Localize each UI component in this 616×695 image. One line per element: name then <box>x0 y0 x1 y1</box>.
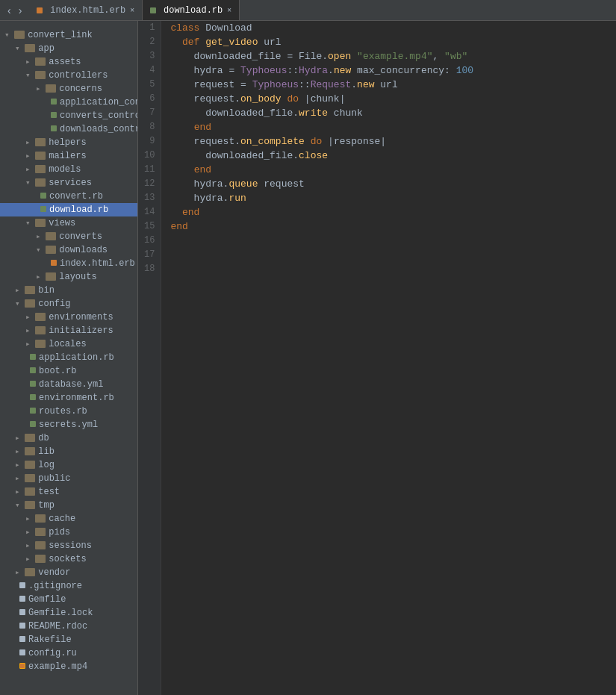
file-icon <box>25 393 39 403</box>
line-number-16: 16 <box>144 234 155 248</box>
folder-closed-icon: ▸ <box>25 554 49 564</box>
tree-item-config_ru[interactable]: config.ru <box>0 646 137 660</box>
file-icon <box>46 258 60 269</box>
nav-arrows: ‹ › <box>0 3 29 18</box>
tree-item-download_rb[interactable]: download.rb <box>0 203 137 216</box>
tree-item-downloads_controller[interactable]: downloads_controlle... <box>0 122 137 136</box>
folder-closed-icon: ▸ <box>15 487 38 497</box>
tree-item-label: converts <box>59 231 102 242</box>
tree-item-views[interactable]: ▾ views <box>0 216 137 230</box>
file-icon <box>15 608 28 618</box>
tree-item-downloads[interactable]: ▾ downloads <box>0 243 137 257</box>
forward-button[interactable]: › <box>16 3 25 18</box>
tree-item-convert_rb[interactable]: convert.rb <box>0 190 137 203</box>
tab-close-button[interactable]: × <box>130 6 134 14</box>
tree-item-initializers[interactable]: ▸ initializers <box>0 324 137 337</box>
code-content: class Download def get_video url downloa… <box>161 21 616 695</box>
tree-item-label: converts_controller.r... <box>60 110 137 121</box>
tree-item-cache[interactable]: ▸ cache <box>0 512 137 526</box>
folder-closed-icon: ▸ <box>36 272 59 282</box>
tree-item-label: config.ru <box>28 648 77 658</box>
tree-item-layouts[interactable]: ▸ layouts <box>0 270 137 284</box>
folder-closed-icon: ▸ <box>25 540 49 551</box>
tabs-container: index.html.erb×download.rb× <box>29 0 240 20</box>
tree-item-mailers[interactable]: ▸ mailers <box>0 149 137 163</box>
tree-item-label: mailers <box>49 151 86 161</box>
tree-item-rakefile[interactable]: Rakefile <box>0 633 137 646</box>
tree-item-sockets[interactable]: ▸ sockets <box>0 552 137 566</box>
line-number-17: 17 <box>144 248 155 262</box>
tree-item-tmp[interactable]: ▾ tmp <box>0 499 137 512</box>
tree-item-helpers[interactable]: ▸ helpers <box>0 136 137 149</box>
file-icon <box>15 661 28 672</box>
folder-closed-icon: ▸ <box>25 514 49 524</box>
tree-item-readme[interactable]: README.rdoc <box>0 620 137 633</box>
line-numbers: 123456789101112131415161718 <box>138 21 161 695</box>
tree-item-label: sockets <box>49 554 86 564</box>
tree-item-converts[interactable]: ▸ converts <box>0 230 137 243</box>
tree-item-application_controller[interactable]: application_controlle... <box>0 96 137 109</box>
tree-item-app[interactable]: ▾ app <box>0 42 137 55</box>
tree-item-config[interactable]: ▾ config <box>0 297 137 311</box>
tree-item-gitignore[interactable]: .gitignore <box>0 579 137 593</box>
folder-open-icon: ▾ <box>25 70 49 81</box>
line-number-11: 11 <box>144 163 155 177</box>
tab-download_rb[interactable]: download.rb× <box>143 0 240 20</box>
tree-item-locales[interactable]: ▸ locales <box>0 337 137 351</box>
tab-index_html_erb[interactable]: index.html.erb× <box>29 0 143 20</box>
tree-item-public[interactable]: ▸ public <box>0 472 137 485</box>
file-icon <box>36 205 49 215</box>
tree-item-models[interactable]: ▸ models <box>0 163 137 176</box>
tree-item-label: application_controlle... <box>60 97 137 107</box>
line-number-12: 12 <box>144 177 155 191</box>
file-icon <box>15 581 28 591</box>
tree-item-label: Gemfile.lock <box>28 608 93 618</box>
top-bar: ‹ › index.html.erb×download.rb× <box>0 0 616 21</box>
tree-item-vendor[interactable]: ▸ vendor <box>0 566 137 579</box>
tree-item-gemfile[interactable]: Gemfile <box>0 593 137 606</box>
line-number-5: 5 <box>144 78 155 92</box>
folder-closed-icon: ▸ <box>15 473 38 484</box>
tree-item-concerns[interactable]: ▸ concerns <box>0 82 137 96</box>
tree-item-assets[interactable]: ▸ assets <box>0 55 137 69</box>
code-line-3: downloaded_file = File.open "example.mp4… <box>170 49 607 63</box>
tree-item-converts_controller[interactable]: converts_controller.r... <box>0 109 137 122</box>
tree-item-label: routes.rb <box>39 406 87 417</box>
tree-item-label: sessions <box>49 540 92 551</box>
tab-label: index.html.erb <box>50 5 125 16</box>
tree-item-bin[interactable]: ▸ bin <box>0 284 137 297</box>
folder-closed-icon: ▸ <box>15 460 38 470</box>
tree-item-database_yml[interactable]: database.yml <box>0 378 137 391</box>
tree-item-pids[interactable]: ▸ pids <box>0 526 137 539</box>
code-line-17: end <box>170 219 607 234</box>
tree-item-label: cache <box>49 514 75 524</box>
tree-item-controllers[interactable]: ▾ controllers <box>0 69 137 82</box>
tree-item-label: README.rdoc <box>28 621 87 632</box>
tree-item-services[interactable]: ▾ services <box>0 176 137 190</box>
tree-item-label: download.rb <box>49 205 108 215</box>
tree-item-db[interactable]: ▸ db <box>0 431 137 445</box>
tree-item-routes_rb[interactable]: routes.rb <box>0 405 137 418</box>
tree-item-sessions[interactable]: ▸ sessions <box>0 539 137 552</box>
tab-close-button[interactable]: × <box>227 6 231 14</box>
tree-item-lib[interactable]: ▸ lib <box>0 445 137 458</box>
line-number-4: 4 <box>144 63 155 78</box>
tree-item-label: convert_link <box>28 30 92 40</box>
tree-item-example_mp4[interactable]: example.mp4 <box>0 660 137 673</box>
tree-item-secrets_yml[interactable]: secrets.yml <box>0 418 137 431</box>
tree-item-environments[interactable]: ▸ environments <box>0 311 137 324</box>
tree-item-convert_link[interactable]: ▾ convert_link <box>0 28 137 42</box>
tree-item-log[interactable]: ▸ log <box>0 458 137 472</box>
tree-item-label: assets <box>49 57 81 67</box>
tree-item-gemfile_lock[interactable]: Gemfile.lock <box>0 606 137 620</box>
main-layout: ▾ convert_link ▾ app ▸ assets ▾ controll… <box>0 21 616 695</box>
back-button[interactable]: ‹ <box>4 3 14 18</box>
code-line-7: request.on_body do |chunk| <box>170 92 607 106</box>
code-line-12: end <box>170 163 607 177</box>
tree-item-test[interactable]: ▸ test <box>0 485 137 499</box>
tree-item-boot_rb[interactable]: boot.rb <box>0 364 137 378</box>
line-number-15: 15 <box>144 219 155 234</box>
tree-item-application_rb[interactable]: application.rb <box>0 351 137 364</box>
tree-item-index_html_erb[interactable]: index.html.erb <box>0 257 137 270</box>
tree-item-environment_rb[interactable]: environment.rb <box>0 391 137 405</box>
